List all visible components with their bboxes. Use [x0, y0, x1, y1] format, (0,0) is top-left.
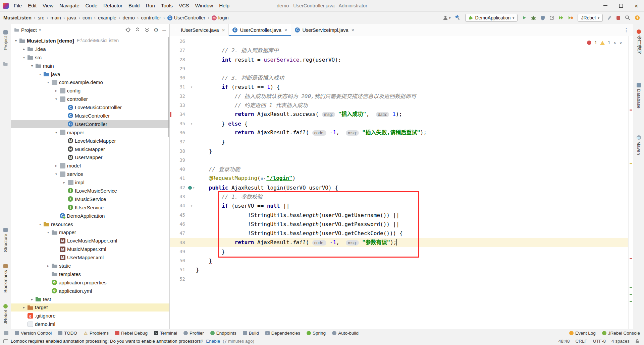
toolwindow-button-version-control[interactable]: Version Control — [15, 331, 52, 336]
toolwindow-button-dependencies[interactable]: ≡Dependencies — [265, 331, 300, 336]
close-tab-icon[interactable]: × — [351, 27, 354, 33]
tool-window-database[interactable]: Database — [633, 83, 644, 109]
tree-chevron-icon[interactable]: ▾ — [53, 172, 59, 176]
tree-row[interactable]: ▾MusicListen [demo]E:\code\MusicListen — [11, 37, 169, 45]
toolwindow-button-profiler[interactable]: Profiler — [183, 331, 204, 336]
indent-setting[interactable]: 4 spaces — [611, 339, 630, 344]
tree-scrollbar[interactable] — [168, 37, 169, 137]
menu-tools[interactable]: Tools — [158, 0, 176, 11]
code-line[interactable]: 28 int result = userService.reg(userVO); — [170, 55, 633, 64]
tool-window-maven[interactable]: m Maven — [633, 135, 644, 155]
tool-window-structure[interactable]: Structure — [0, 228, 11, 252]
tree-chevron-icon[interactable]: ▾ — [21, 56, 27, 59]
menu-window[interactable]: Window — [192, 0, 216, 11]
code-line[interactable]: 32 // 插入成功默认状态码为 200,我们只需要提交描述信息以及返回数据即可 — [170, 92, 633, 101]
toolwindow-button-event-log[interactable]: Event Log — [569, 331, 596, 336]
code-area[interactable]: 2627 // 2. 插入到数据库中28 int result = userSe… — [170, 36, 633, 329]
tree-row[interactable]: templates — [11, 270, 169, 278]
menu-vcs[interactable]: VCS — [176, 0, 192, 11]
locate-file-icon[interactable] — [125, 27, 131, 32]
code-line[interactable]: 41 @RequestMapping("/login") — [170, 174, 633, 183]
code-line[interactable]: 37 } — [170, 137, 633, 146]
code-line[interactable]: 50 } — [170, 256, 633, 265]
run-button[interactable] — [522, 15, 527, 20]
close-tab-icon[interactable]: × — [222, 27, 225, 33]
collapse-all-icon[interactable] — [144, 27, 150, 32]
tree-row[interactable]: ▾mapper — [11, 228, 169, 236]
breadcrumb-item[interactable]: src — [38, 15, 44, 20]
tool-window-poetry-plugin[interactable]: 今日诗词 — [633, 29, 644, 54]
tree-row[interactable]: ▸target — [11, 303, 169, 312]
next-error-icon[interactable]: ∨ — [619, 41, 622, 45]
editor-tab[interactable]: CUserController.java× — [229, 24, 291, 36]
editor-tab[interactable]: CUserServiceImpl.java× — [291, 24, 358, 36]
toolwindow-button-jrebel-console[interactable]: JRebel Console — [602, 331, 640, 336]
tree-row[interactable]: CMusicController — [11, 112, 169, 120]
fold-marker-icon[interactable]: ▾ — [187, 183, 196, 192]
tree-row[interactable]: ▾controller — [11, 95, 169, 103]
line-separator[interactable]: CRLF — [575, 339, 587, 344]
run-with-coverage-button[interactable] — [540, 15, 545, 20]
menu-file[interactable]: File — [11, 0, 25, 11]
user-menu-button[interactable]: ▾ — [443, 15, 450, 20]
tree-chevron-icon[interactable]: ▸ — [53, 89, 59, 92]
chevron-down-icon[interactable]: ▾ — [39, 28, 41, 32]
tree-chevron-icon[interactable]: ▾ — [37, 222, 43, 226]
breadcrumb-item[interactable]: example — [98, 15, 116, 20]
menu-edit[interactable]: Edit — [25, 0, 40, 11]
toolwindow-button-spring[interactable]: Spring — [307, 331, 326, 336]
breadcrumb-item[interactable]: main — [50, 15, 61, 20]
code-line[interactable]: 26 — [170, 37, 633, 46]
tree-chevron-icon[interactable]: ▾ — [13, 39, 19, 43]
tree-row[interactable]: CLoveMusicControlller — [11, 103, 169, 112]
tree-chevron-icon[interactable]: ▾ — [45, 230, 51, 234]
code-line[interactable]: 36 return AjaxResult.fail( code: -1, msg… — [170, 128, 633, 137]
code-line[interactable]: 51} — [170, 265, 633, 274]
code-line[interactable]: 40 // 登录功能 — [170, 165, 633, 174]
tree-row[interactable]: IIMusicService — [11, 195, 169, 203]
code-line[interactable]: 39 — [170, 156, 633, 165]
tree-row[interactable]: MLoveMusicMapper — [11, 137, 169, 145]
enable-link[interactable]: Enable — [206, 339, 220, 344]
jrebel-run-button[interactable] — [559, 15, 564, 20]
code-line[interactable]: 27 // 2. 插入到数据库中 — [170, 46, 633, 55]
tree-chevron-icon[interactable]: ▾ — [37, 72, 43, 76]
fold-marker-icon[interactable]: ▾ — [187, 82, 196, 91]
endpoint-gutter-icon[interactable] — [188, 186, 192, 190]
close-tab-icon[interactable]: × — [284, 27, 287, 33]
code-line[interactable]: 52 — [170, 275, 633, 284]
tree-row[interactable]: MLoveMusicMapper.xml — [11, 236, 169, 245]
minimize-button[interactable] — [598, 0, 613, 11]
lock-icon[interactable] — [635, 339, 639, 343]
tree-row[interactable]: ▸test — [11, 295, 169, 303]
breadcrumb-item[interactable]: CUserController — [167, 15, 205, 20]
tree-row[interactable]: ▸config — [11, 86, 169, 95]
menu-navigate[interactable]: Navigate — [56, 0, 82, 11]
close-button[interactable]: × — [629, 0, 644, 11]
code-line[interactable]: 48 return AjaxResult.fail( code: -1, msg… — [170, 238, 633, 247]
code-line[interactable]: 49 } — [170, 247, 633, 256]
tree-row[interactable]: g.gitignore — [11, 312, 169, 320]
tree-row[interactable]: ▾java — [11, 70, 169, 78]
code-line[interactable]: 31▾ if (result == 1) { — [170, 82, 633, 91]
error-stripe[interactable] — [628, 36, 633, 329]
menu-code[interactable]: Code — [82, 0, 100, 11]
breadcrumb-item[interactable]: MusicListen — [3, 15, 32, 20]
tree-row[interactable]: MUserMapper.xml — [11, 253, 169, 262]
breadcrumb-item[interactable]: com — [83, 15, 92, 20]
toolwindow-button-endpoints[interactable]: Endpoints — [210, 331, 236, 336]
menu-help[interactable]: Help — [216, 0, 232, 11]
tree-row[interactable]: CUserController — [11, 120, 169, 128]
code-line[interactable]: 38 } — [170, 147, 633, 156]
tool-window-bookmarks[interactable]: Bookmarks — [0, 264, 11, 293]
stop-button[interactable] — [616, 16, 621, 20]
toolwindow-button-terminal[interactable]: >Terminal — [154, 331, 177, 336]
code-line[interactable]: 47 !StringUtils.hasLength(userVO.getChec… — [170, 229, 633, 238]
fold-marker-icon[interactable]: ▾ — [187, 119, 196, 128]
hide-panel-icon[interactable]: ─ — [162, 27, 166, 33]
tree-row[interactable]: IIUserService — [11, 203, 169, 212]
fold-marker-icon[interactable]: ▾ — [187, 201, 196, 210]
edit-configuration-button[interactable] — [607, 15, 612, 20]
toolwindow-button-rebel-debug[interactable]: Rebel Debug — [115, 331, 148, 336]
tree-row[interactable]: ⚙application.yml — [11, 287, 169, 295]
